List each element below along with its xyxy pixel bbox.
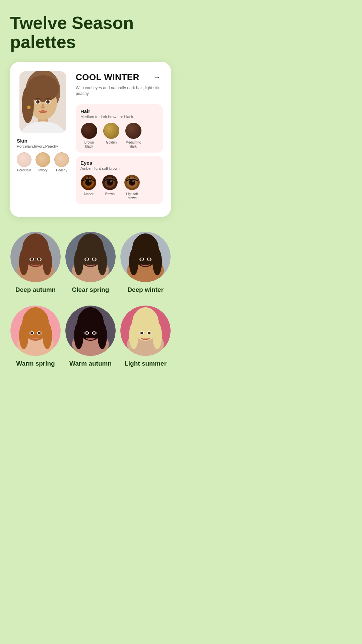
eye-swatch-item: Brown bbox=[102, 174, 118, 200]
svg-point-68 bbox=[31, 332, 33, 334]
skin-swatch-circle bbox=[36, 152, 50, 167]
eye-swatch-label: Ligt soft brown bbox=[123, 192, 141, 200]
eye-swatch-item: Amber bbox=[80, 174, 97, 200]
hair-title: Hair bbox=[80, 108, 158, 114]
svg-point-43 bbox=[98, 249, 107, 275]
skin-swatches: PorcelainInvoryPeachy bbox=[17, 152, 69, 172]
season-header: COOL WINTER → bbox=[76, 71, 163, 83]
face-circle bbox=[10, 306, 61, 356]
skin-subtitle: Porcelain,Invory,Peachy bbox=[17, 144, 58, 148]
face-label: Deep winter bbox=[127, 286, 164, 293]
svg-point-65 bbox=[43, 322, 52, 349]
hair-trait-box: Hair Medium to dark brown or black Brown… bbox=[76, 104, 163, 153]
svg-point-75 bbox=[74, 322, 83, 349]
hair-swatch-circle bbox=[81, 123, 97, 139]
svg-point-16 bbox=[85, 179, 92, 185]
portrait-image bbox=[19, 71, 66, 133]
svg-point-91 bbox=[148, 332, 150, 334]
svg-point-79 bbox=[85, 332, 88, 334]
svg-point-11 bbox=[38, 101, 39, 102]
skin-title: Skin bbox=[17, 138, 27, 144]
hair-swatch-circle bbox=[125, 123, 141, 139]
eyes-trait-box: Eyes Amber, light soft brown Amber Brown bbox=[76, 156, 163, 204]
svg-point-32 bbox=[43, 249, 52, 275]
svg-point-31 bbox=[19, 249, 28, 275]
face-label: Warm spring bbox=[16, 360, 55, 367]
svg-point-12 bbox=[48, 101, 49, 102]
face-item[interactable]: Clear spring bbox=[65, 232, 116, 293]
svg-point-21 bbox=[110, 180, 112, 182]
divider bbox=[76, 100, 163, 100]
face-circle bbox=[10, 232, 61, 282]
svg-point-53 bbox=[129, 249, 138, 275]
svg-point-58 bbox=[148, 258, 150, 261]
faces-row-2: Warm spring Warm autumn Light summer bbox=[10, 306, 171, 367]
skin-swatch-circle bbox=[54, 152, 69, 167]
face-label: Light summer bbox=[124, 360, 167, 367]
eye-swatch-label: Brown bbox=[105, 192, 115, 196]
skin-swatch-circle bbox=[17, 152, 32, 167]
face-item[interactable]: Deep autumn bbox=[10, 232, 61, 293]
hair-swatch-item: Brown black bbox=[80, 123, 98, 149]
skin-swatch-item: Invory bbox=[36, 152, 50, 172]
hair-swatch-label: Brown black bbox=[80, 141, 98, 149]
hair-swatches: Brown blackGoldenMedium to dark bbox=[80, 123, 158, 149]
face-item[interactable]: Deep winter bbox=[120, 232, 171, 293]
season-name: COOL WINTER bbox=[76, 72, 139, 83]
season-desc: With cool eyes and naturally dark hair, … bbox=[76, 85, 163, 97]
hair-swatch-item: Medium to dark bbox=[125, 123, 142, 149]
eye-swatch-item: Ligt soft brown bbox=[123, 174, 141, 200]
face-label: Clear spring bbox=[72, 286, 109, 293]
svg-point-76 bbox=[98, 322, 107, 349]
eyes-subtitle: Amber, light soft brown bbox=[80, 166, 158, 170]
skin-swatch-item: Porcelain bbox=[17, 152, 32, 172]
svg-point-57 bbox=[140, 258, 143, 261]
svg-point-24 bbox=[129, 179, 135, 185]
face-circle bbox=[120, 306, 171, 356]
svg-point-54 bbox=[153, 249, 162, 275]
svg-point-80 bbox=[93, 332, 96, 334]
eye-swatch-circle bbox=[102, 174, 118, 191]
face-item[interactable]: Warm spring bbox=[10, 306, 61, 367]
skin-swatch-label: Peachy bbox=[56, 168, 67, 172]
season-arrow[interactable]: → bbox=[151, 71, 163, 83]
svg-point-47 bbox=[93, 258, 96, 261]
card-left: Skin Porcelain,Invory,Peachy PorcelainIn… bbox=[17, 71, 69, 208]
eyes-title: Eyes bbox=[80, 160, 158, 166]
skin-swatch-item: Peachy bbox=[54, 152, 69, 172]
svg-point-25 bbox=[132, 180, 134, 182]
svg-point-35 bbox=[31, 258, 33, 261]
page-title: Twelve Season palettes bbox=[10, 13, 171, 52]
svg-point-17 bbox=[89, 180, 91, 182]
svg-point-90 bbox=[140, 332, 143, 334]
svg-point-46 bbox=[85, 258, 88, 261]
face-label: Deep autumn bbox=[15, 286, 56, 293]
face-circle bbox=[65, 306, 116, 356]
season-card: Skin Porcelain,Invory,Peachy PorcelainIn… bbox=[10, 62, 171, 217]
svg-point-5 bbox=[22, 86, 34, 123]
face-item[interactable]: Warm autumn bbox=[65, 306, 116, 367]
card-right: COOL WINTER → With cool eyes and natural… bbox=[76, 71, 163, 208]
face-circle bbox=[65, 232, 116, 282]
eye-swatch-circle bbox=[124, 174, 140, 191]
hair-swatch-item: Golden bbox=[103, 123, 119, 149]
faces-row-1: Deep autumn Clear spring Deep winter bbox=[10, 232, 171, 293]
eyes-swatches: Amber Brown Ligt soft brown bbox=[80, 174, 158, 200]
svg-point-69 bbox=[38, 332, 41, 334]
hair-subtitle: Medium to dark brown or black bbox=[80, 115, 158, 119]
svg-point-87 bbox=[153, 322, 162, 349]
hair-swatch-circle bbox=[103, 123, 119, 139]
skin-swatch-label: Porcelain bbox=[17, 168, 31, 172]
svg-point-36 bbox=[38, 258, 41, 261]
face-circle bbox=[120, 232, 171, 282]
svg-point-64 bbox=[19, 322, 28, 349]
svg-point-42 bbox=[74, 249, 83, 275]
face-item[interactable]: Light summer bbox=[120, 306, 171, 367]
svg-point-13 bbox=[27, 106, 31, 109]
hair-swatch-label: Golden bbox=[106, 141, 117, 145]
face-label: Warm autumn bbox=[69, 360, 112, 367]
eye-swatch-label: Amber bbox=[83, 192, 93, 196]
svg-point-86 bbox=[129, 322, 138, 349]
svg-point-20 bbox=[107, 179, 113, 185]
skin-swatch-label: Invory bbox=[38, 168, 47, 172]
